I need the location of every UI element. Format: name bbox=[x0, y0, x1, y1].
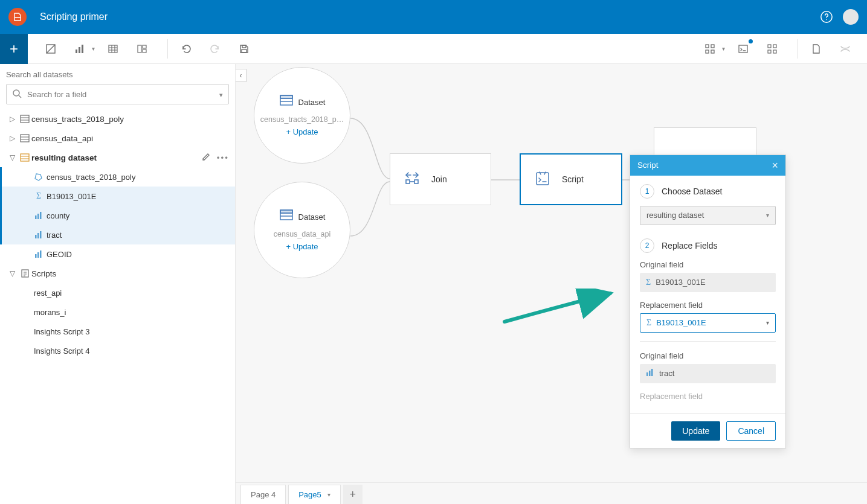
popup-header: Script × bbox=[630, 155, 785, 176]
widgets-icon[interactable] bbox=[699, 38, 721, 60]
field-row[interactable]: census_tracts_2018_poly bbox=[0, 167, 235, 187]
chevron-down-icon[interactable]: ▾ bbox=[92, 45, 95, 52]
field-row[interactable]: GEOID bbox=[0, 244, 235, 264]
disclosure-right-icon[interactable]: ▷ bbox=[6, 134, 18, 142]
bars-icon bbox=[31, 211, 47, 220]
redo-icon bbox=[204, 38, 226, 60]
disclosure-down-icon[interactable]: ▽ bbox=[6, 153, 18, 162]
page-tabs: Page 4 Page5▾ + bbox=[236, 482, 867, 504]
divider bbox=[640, 341, 776, 342]
cancel-button[interactable]: Cancel bbox=[726, 421, 776, 441]
svg-rect-33 bbox=[40, 250, 42, 258]
basemap-icon[interactable] bbox=[761, 38, 783, 60]
node-subtitle: census_data_api bbox=[274, 230, 331, 238]
svg-rect-24 bbox=[21, 154, 29, 161]
svg-rect-30 bbox=[40, 231, 42, 238]
chevron-down-icon[interactable]: ▾ bbox=[219, 91, 223, 99]
svg-rect-26 bbox=[37, 214, 39, 219]
disclosure-down-icon[interactable]: ▽ bbox=[6, 269, 18, 278]
chart-card-icon[interactable] bbox=[69, 38, 91, 60]
svg-rect-27 bbox=[40, 212, 42, 219]
map-card-icon[interactable] bbox=[40, 38, 62, 60]
original-field-box: tract bbox=[640, 364, 776, 383]
field-row[interactable]: tract bbox=[0, 225, 235, 244]
svg-rect-19 bbox=[768, 50, 771, 53]
replacement-field-dropdown[interactable]: Σ B19013_001E ▾ bbox=[640, 313, 776, 333]
page-tab[interactable]: Page 4 bbox=[240, 485, 286, 504]
dataset-dropdown[interactable]: resulting dataset ▾ bbox=[640, 206, 776, 225]
svg-rect-36 bbox=[280, 95, 292, 98]
svg-rect-16 bbox=[739, 45, 747, 53]
original-field-box: Σ B19013_001E bbox=[640, 273, 776, 292]
svg-rect-4 bbox=[79, 47, 80, 53]
add-button[interactable]: + bbox=[0, 34, 28, 64]
script-item[interactable]: Insights Script 4 bbox=[0, 341, 235, 360]
svg-rect-18 bbox=[773, 45, 776, 48]
field-row[interactable]: Σ B19013_001E bbox=[0, 187, 235, 206]
svg-rect-13 bbox=[711, 45, 714, 48]
field-label: census_tracts_2018_poly bbox=[47, 173, 229, 182]
svg-point-21 bbox=[13, 90, 19, 96]
chevron-down-icon: ▾ bbox=[766, 212, 769, 219]
dataset-row[interactable]: ▷ census_data_api bbox=[0, 129, 235, 148]
chevron-down-icon[interactable]: ▾ bbox=[722, 45, 725, 52]
svg-rect-38 bbox=[280, 210, 292, 213]
dataset-node[interactable]: Dataset census_tracts_2018_p… + Update bbox=[254, 67, 350, 164]
search-input[interactable] bbox=[6, 84, 229, 104]
step-title: Choose Dataset bbox=[662, 187, 722, 196]
step-badge: 2 bbox=[640, 238, 654, 253]
svg-rect-5 bbox=[82, 45, 83, 53]
edit-icon[interactable] bbox=[202, 152, 211, 163]
script-icon bbox=[534, 170, 551, 189]
svg-rect-22 bbox=[21, 115, 29, 123]
settings-icon[interactable] bbox=[834, 38, 856, 60]
script-node[interactable]: Script bbox=[520, 153, 622, 205]
update-link[interactable]: + Update bbox=[286, 127, 318, 136]
script-item[interactable]: morans_i bbox=[0, 302, 235, 322]
undo-icon[interactable] bbox=[175, 38, 197, 60]
sigma-icon: Σ bbox=[646, 318, 651, 328]
console-icon[interactable] bbox=[732, 38, 754, 60]
chevron-down-icon[interactable]: ▾ bbox=[327, 491, 330, 498]
sigma-icon: Σ bbox=[646, 278, 651, 287]
script-item[interactable]: rest_api bbox=[0, 283, 235, 302]
svg-rect-44 bbox=[651, 369, 653, 376]
model-canvas[interactable]: ‹ Dataset census_tracts_2018_p… + Update bbox=[236, 64, 867, 504]
svg-rect-6 bbox=[109, 45, 117, 53]
layout-icon[interactable] bbox=[131, 38, 153, 60]
save-icon[interactable] bbox=[233, 38, 255, 60]
replacement-field-label: Replacement field bbox=[640, 392, 776, 401]
scripts-row[interactable]: ▽ Scripts bbox=[0, 264, 235, 283]
close-icon[interactable]: × bbox=[772, 160, 778, 171]
svg-rect-43 bbox=[649, 371, 651, 376]
field-search[interactable]: ▾ bbox=[6, 84, 229, 104]
toolbar: + ▾ ▾ bbox=[0, 34, 867, 64]
workbook-title: Scripting primer bbox=[40, 11, 108, 22]
svg-rect-42 bbox=[646, 372, 648, 376]
search-icon bbox=[12, 89, 22, 100]
dataset-row[interactable]: ▷ census_tracts_2018_poly bbox=[0, 109, 235, 129]
join-node[interactable]: Join bbox=[390, 153, 491, 205]
script-item[interactable]: Insights Script 3 bbox=[0, 322, 235, 341]
dataset-row-resulting[interactable]: ▽ resulting dataset ••• bbox=[0, 148, 235, 167]
table-icon bbox=[18, 134, 31, 142]
page-icon[interactable] bbox=[805, 38, 827, 60]
table-card-icon[interactable] bbox=[102, 38, 124, 60]
scripts-label: Scripts bbox=[31, 269, 229, 278]
step-title: Replace Fields bbox=[662, 241, 718, 250]
dataset-node[interactable]: Dataset census_data_api + Update bbox=[254, 182, 350, 278]
update-button[interactable]: Update bbox=[671, 421, 720, 441]
help-icon[interactable] bbox=[819, 9, 834, 25]
app-header: Scripting primer bbox=[0, 0, 867, 34]
disclosure-right-icon[interactable]: ▷ bbox=[6, 115, 18, 123]
user-avatar[interactable] bbox=[843, 9, 859, 25]
add-page-button[interactable]: + bbox=[343, 485, 363, 504]
bars-icon bbox=[646, 368, 654, 378]
field-row[interactable]: county bbox=[0, 206, 235, 225]
svg-rect-14 bbox=[706, 50, 709, 53]
update-link[interactable]: + Update bbox=[286, 242, 318, 251]
more-icon[interactable]: ••• bbox=[217, 153, 229, 162]
collapse-sidebar-icon[interactable]: ‹ bbox=[236, 69, 247, 82]
page-tab-active[interactable]: Page5▾ bbox=[288, 485, 341, 504]
svg-rect-10 bbox=[242, 45, 246, 48]
